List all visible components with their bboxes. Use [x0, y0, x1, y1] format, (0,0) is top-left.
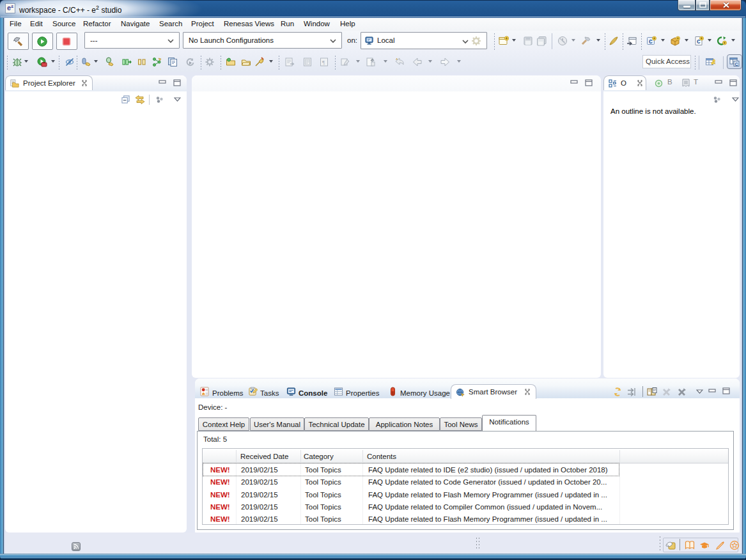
svg-text:C: C: [735, 62, 738, 66]
svg-text:c: c: [649, 38, 653, 45]
svg-text:¶: ¶: [322, 59, 325, 66]
